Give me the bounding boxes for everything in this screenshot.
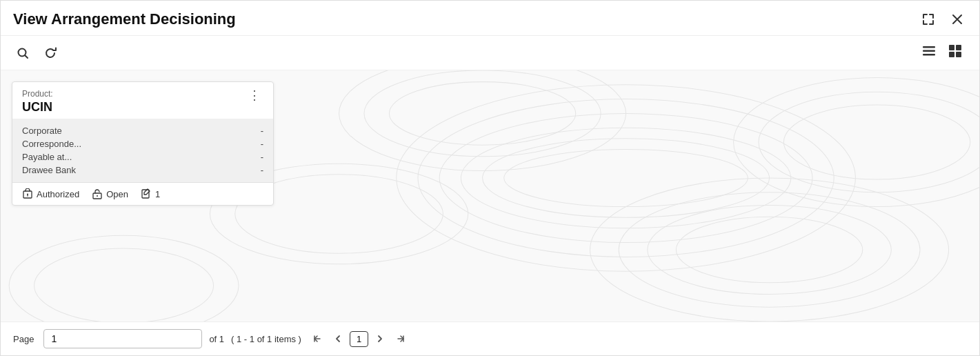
footer-edit[interactable]: 1 <box>141 188 160 199</box>
page-range-text: ( 1 - 1 of 1 items ) <box>231 334 301 344</box>
grid-view-button[interactable] <box>943 41 967 64</box>
svg-point-15 <box>619 192 920 307</box>
search-icon <box>16 46 30 60</box>
page-number-button[interactable]: 1 <box>350 331 368 347</box>
pagination-nav: 1 <box>308 331 410 347</box>
footer-edit-count: 1 <box>155 189 160 199</box>
svg-rect-7 <box>956 52 961 57</box>
detail-label-corporate: Corporate <box>22 126 62 136</box>
first-page-button[interactable] <box>308 331 326 346</box>
modal-title: View Arrangement Decisioning <box>13 10 236 28</box>
page-of-text: of 1 <box>209 334 224 344</box>
refresh-button[interactable] <box>41 45 60 61</box>
header-actions <box>919 11 967 28</box>
footer-open-label: Open <box>106 189 128 199</box>
open-lock-icon <box>92 188 103 199</box>
pagination-bar: Page of 1 ( 1 - 1 of 1 items ) 1 <box>1 322 979 355</box>
detail-label-correspondende: Corresponde... <box>22 139 81 149</box>
prev-page-button[interactable] <box>329 331 347 346</box>
edit-icon <box>141 188 152 199</box>
main-content: .topo-line { fill: none; stroke: #ccc; s… <box>1 70 979 322</box>
close-button[interactable] <box>948 11 967 28</box>
svg-rect-1 <box>923 46 935 48</box>
page-input[interactable] <box>43 329 202 348</box>
card-product-label: Product: <box>22 89 53 99</box>
list-view-button[interactable] <box>917 41 941 64</box>
current-page-number: 1 <box>357 334 361 344</box>
detail-value-correspondende: - <box>261 139 263 149</box>
expand-button[interactable] <box>919 11 938 28</box>
footer-open[interactable]: Open <box>92 188 128 199</box>
arrangement-card: Product: UCIN ⋮ Corporate - Corresponde.… <box>12 81 274 206</box>
last-page-icon <box>396 334 406 344</box>
toolbar <box>1 36 979 70</box>
detail-value-drawee: - <box>261 165 263 175</box>
modal-container: View Arrangement Decisioning <box>0 0 980 356</box>
svg-rect-2 <box>923 50 935 52</box>
detail-value-payable: - <box>261 152 263 162</box>
svg-point-19 <box>364 70 601 157</box>
card-detail-row: Drawee Bank - <box>22 164 263 177</box>
cards-area: Product: UCIN ⋮ Corporate - Corresponde.… <box>1 70 285 322</box>
expand-icon <box>921 12 935 26</box>
card-detail-row: Payable at... - <box>22 150 263 164</box>
svg-point-14 <box>590 178 949 322</box>
svg-rect-4 <box>949 45 954 50</box>
card-product-info: Product: UCIN <box>22 89 53 115</box>
detail-label-payable: Payable at... <box>22 152 72 162</box>
svg-point-20 <box>389 82 575 146</box>
authorized-icon <box>22 188 33 199</box>
toolbar-left <box>13 45 60 61</box>
search-button[interactable] <box>13 45 32 61</box>
svg-point-17 <box>676 217 862 283</box>
next-page-icon <box>375 334 385 344</box>
first-page-icon <box>312 334 322 344</box>
footer-authorized[interactable]: Authorized <box>22 188 79 199</box>
card-footer: Authorized Open <box>12 182 273 205</box>
refresh-icon <box>43 46 57 60</box>
svg-point-31 <box>97 195 98 197</box>
svg-rect-6 <box>949 52 954 57</box>
card-menu-button[interactable]: ⋮ <box>246 89 263 101</box>
card-detail-row: Corresponde... - <box>22 137 263 150</box>
svg-point-13 <box>504 149 748 206</box>
prev-page-icon <box>333 334 343 344</box>
svg-point-24 <box>759 92 979 192</box>
last-page-button[interactable] <box>392 331 410 346</box>
detail-value-corporate: - <box>261 126 263 136</box>
view-toggle <box>917 41 967 64</box>
svg-point-11 <box>461 128 790 228</box>
detail-label-drawee: Drawee Bank <box>22 165 76 175</box>
card-detail-row: Corporate - <box>22 124 263 137</box>
close-icon <box>950 12 964 26</box>
grid-view-icon <box>948 43 963 59</box>
next-page-button[interactable] <box>371 331 389 346</box>
list-view-icon <box>921 43 937 59</box>
card-details: Corporate - Corresponde... - Payable at.… <box>12 119 273 182</box>
svg-rect-5 <box>956 45 961 50</box>
card-header: Product: UCIN ⋮ <box>12 82 273 119</box>
svg-point-16 <box>648 206 892 295</box>
modal-header: View Arrangement Decisioning <box>1 1 979 36</box>
card-product-value: UCIN <box>22 100 53 115</box>
svg-rect-3 <box>923 54 935 56</box>
svg-point-29 <box>27 194 28 195</box>
footer-authorized-label: Authorized <box>37 189 79 199</box>
svg-point-12 <box>483 139 770 217</box>
page-label: Page <box>13 334 34 344</box>
